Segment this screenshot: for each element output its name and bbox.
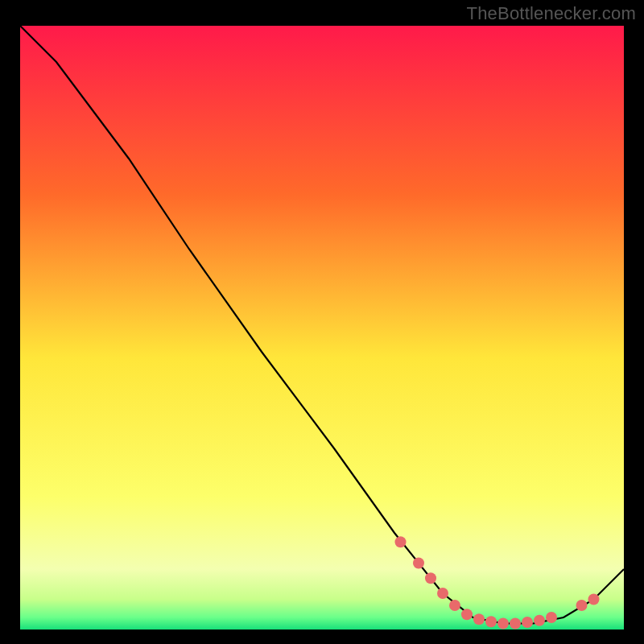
data-marker	[485, 616, 497, 627]
data-marker	[534, 615, 545, 626]
data-marker	[576, 600, 588, 611]
attribution-label: TheBottlenecker.com	[467, 3, 636, 24]
data-marker	[588, 594, 600, 605]
data-marker	[522, 617, 533, 628]
data-marker	[395, 536, 407, 547]
data-marker	[413, 558, 424, 569]
chart-svg	[20, 26, 624, 630]
data-marker	[425, 572, 436, 584]
plot-area	[20, 26, 624, 630]
data-marker	[546, 612, 557, 623]
data-marker	[437, 588, 448, 599]
data-marker	[497, 618, 509, 630]
data-marker	[510, 618, 521, 630]
gradient-background	[20, 26, 624, 630]
data-marker	[473, 613, 485, 625]
chart-container: TheBottlenecker.com	[0, 0, 644, 644]
data-marker	[449, 600, 460, 611]
data-marker	[461, 609, 473, 620]
